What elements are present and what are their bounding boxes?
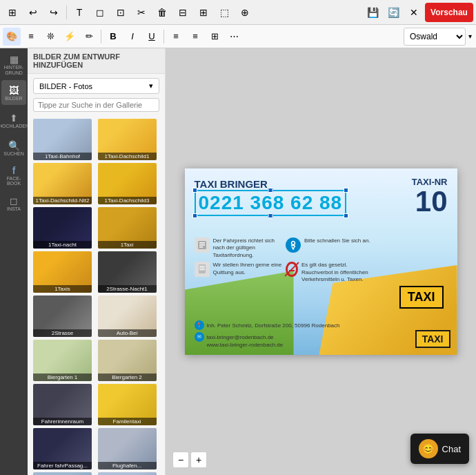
image-thumb-flugzeug2[interactable]: Flugzeug xyxy=(98,472,157,475)
align-left-btn[interactable]: ≡ xyxy=(167,28,185,46)
redo-btn[interactable]: ↪ xyxy=(44,3,63,22)
image-thumb-bahnhof[interactable]: 1Taxi-Bahnhof xyxy=(33,119,92,160)
arrange-btn[interactable]: ⊕ xyxy=(235,3,255,22)
preview-btn[interactable]: Vorschau xyxy=(425,3,473,22)
svg-rect-5 xyxy=(199,264,206,273)
image-label-famtaxi: Familentaxi xyxy=(98,418,157,425)
italic-btn[interactable]: I xyxy=(123,28,141,46)
sidebar-item-hintergrund[interactable]: ▦ HINTER-GRUND xyxy=(1,52,26,77)
chat-avatar: 😊 xyxy=(419,439,438,458)
grid-btn[interactable]: ⊞ xyxy=(3,3,22,22)
sidebar-item-bilder[interactable]: 🖼 BILDER xyxy=(1,80,26,105)
image-label-bier1: Biergarten 1 xyxy=(33,374,92,381)
image-thumb-flughafen[interactable]: Flughafen... xyxy=(98,428,157,469)
phone-number[interactable]: 0221 368 62 88 xyxy=(195,190,347,216)
image-thumb-2strasse[interactable]: 2Strasse xyxy=(33,295,92,337)
image-label-dachschild2: 1Taxi-Dachschild-Ntt2 xyxy=(33,197,92,204)
receipt-icon xyxy=(195,262,210,277)
sidebar-item-hochladen[interactable]: ⬆ HOCHLADEN xyxy=(1,108,26,133)
minus-btn[interactable]: ⊟ xyxy=(173,3,192,22)
layers-btn[interactable]: ⬚ xyxy=(215,3,234,22)
image-thumb-famtaxi[interactable]: Familentaxi xyxy=(98,384,157,425)
chat-button[interactable]: 😊 Chat xyxy=(410,434,469,464)
draw-btn[interactable]: ✏ xyxy=(80,28,98,46)
zoom-controls: − + xyxy=(172,452,207,468)
handle-bc xyxy=(268,213,272,218)
category-dropdown[interactable]: BILDER - Fotos ▾ xyxy=(33,78,159,94)
sidebar-item-insta[interactable]: ◻ INSTA xyxy=(1,191,26,215)
image-thumb-dachschild1[interactable]: 1Taxi-Dachschild1 xyxy=(98,119,157,160)
bold-btn[interactable]: B xyxy=(104,28,122,46)
card-content: TAXI BRINGER 0221 368 62 88 TAXI-NR xyxy=(185,168,457,355)
image-label-fahrpass: Fahrer fahrPassag... xyxy=(33,462,92,469)
seatbelt-text: Bitte schnallen Sie sich an. xyxy=(304,238,370,244)
save-cloud-btn[interactable]: 💾 xyxy=(363,3,382,22)
sidebar-item-facebook[interactable]: f FACE-BOOK xyxy=(1,163,26,188)
chat-label: Chat xyxy=(442,444,461,454)
svg-rect-6 xyxy=(199,266,205,266)
image-thumb-taxis[interactable]: 1Taxis xyxy=(33,251,92,293)
image-label-dachschild1: 1Taxi-Dachschild1 xyxy=(98,153,157,160)
undo-btn[interactable]: ↩ xyxy=(23,3,43,22)
phone-container: 0221 368 62 88 xyxy=(195,190,347,216)
font-chevron[interactable]: ▾ xyxy=(467,31,473,41)
close-btn[interactable]: ✕ xyxy=(404,3,424,22)
sidebar-item-suchen[interactable]: 🔍 SUCHEN xyxy=(1,135,26,160)
image-label-taxis: 1Taxis xyxy=(33,285,92,293)
image-thumb-auto[interactable]: Auto-Bei xyxy=(98,295,157,337)
card-right-top: TAXI-NR 10 xyxy=(412,177,448,216)
image-thumb-fahrerraum[interactable]: Fahrerinnenraum xyxy=(33,384,92,425)
image-thumb-dachschild3[interactable]: 1Taxi-Dachschild3 xyxy=(98,163,157,204)
nosmoking-icon xyxy=(286,262,298,277)
delete-btn[interactable]: 🗑 xyxy=(152,3,172,22)
plus-btn[interactable]: ⊞ xyxy=(194,3,213,22)
svg-rect-8 xyxy=(199,269,205,270)
image-label-auto: Auto-Bei xyxy=(98,329,157,337)
zoom-out-btn[interactable]: − xyxy=(172,452,189,468)
more-btn[interactable]: ⋯ xyxy=(225,28,243,46)
separator2 xyxy=(101,30,101,43)
image-label-bier2: Biergarten 2 xyxy=(98,374,157,381)
hintergrund-icon: ▦ xyxy=(10,54,19,65)
align-btn[interactable]: ≡ xyxy=(22,28,40,46)
handle-tl xyxy=(192,188,197,193)
zoom-in-btn[interactable]: + xyxy=(190,452,207,468)
search-input[interactable] xyxy=(38,101,155,109)
text-btn[interactable]: T xyxy=(70,3,89,22)
separator1 xyxy=(66,6,67,19)
image-thumb-nacht[interactable]: 1Taxi-nacht xyxy=(33,207,92,249)
image-thumb-fahrpass[interactable]: Fahrer fahrPassag... xyxy=(33,428,92,469)
animate-btn[interactable]: ⚡ xyxy=(61,28,79,46)
hintergrund-label: HINTER-GRUND xyxy=(1,65,26,75)
effects-btn[interactable]: ❊ xyxy=(41,28,59,46)
image-thumb-strasse[interactable]: 2Strasse-Nacht1 xyxy=(98,251,157,293)
text-box-btn[interactable]: ⊞ xyxy=(206,28,224,46)
insta-label: INSTA xyxy=(7,206,21,211)
bilder-icon: 🖼 xyxy=(9,85,19,96)
shape-btn[interactable]: ◻ xyxy=(90,3,110,22)
image-thumb-flugzeug1[interactable]: Flugzeug xyxy=(33,472,92,475)
suchen-icon: 🔍 xyxy=(8,140,20,151)
insta-icon: ◻ xyxy=(10,195,18,206)
image-label-strasse: 2Strasse-Nacht1 xyxy=(98,285,157,293)
image-thumb-bier2[interactable]: Biergarten 2 xyxy=(98,340,157,381)
footer-address: Inh. Peter Schmitz, Dorfstraße 200, 5099… xyxy=(207,322,340,329)
canvas-area[interactable]: TAXI TAXI BRINGER 0221 368 62 88 xyxy=(166,48,476,475)
frame-btn[interactable]: ⊡ xyxy=(111,3,130,22)
underline-btn[interactable]: U xyxy=(143,28,161,46)
image-thumb-dachschild2[interactable]: 1Taxi-Dachschild-Ntt2 xyxy=(33,163,92,204)
handle-br xyxy=(344,213,348,218)
color-btn[interactable]: 🎨 xyxy=(3,28,21,46)
svg-rect-3 xyxy=(199,246,203,248)
nosmoking-text: Es gilt das gesetzl. Rauchverbot in öffe… xyxy=(301,262,375,283)
dropdown-label: BILDER - Fotos xyxy=(39,82,92,90)
handle-tr xyxy=(344,188,348,193)
font-selector[interactable]: Oswald xyxy=(404,28,466,46)
cut-btn[interactable]: ✂ xyxy=(132,3,151,22)
refresh-btn[interactable]: 🔄 xyxy=(384,3,403,22)
facebook-label: FACE-BOOK xyxy=(1,176,26,186)
facebook-icon: f xyxy=(12,165,16,176)
image-thumb-taxi1[interactable]: 1Taxi xyxy=(98,207,157,249)
image-thumb-bier1[interactable]: Biergarten 1 xyxy=(33,340,92,381)
align-center-btn[interactable]: ≡ xyxy=(186,28,204,46)
